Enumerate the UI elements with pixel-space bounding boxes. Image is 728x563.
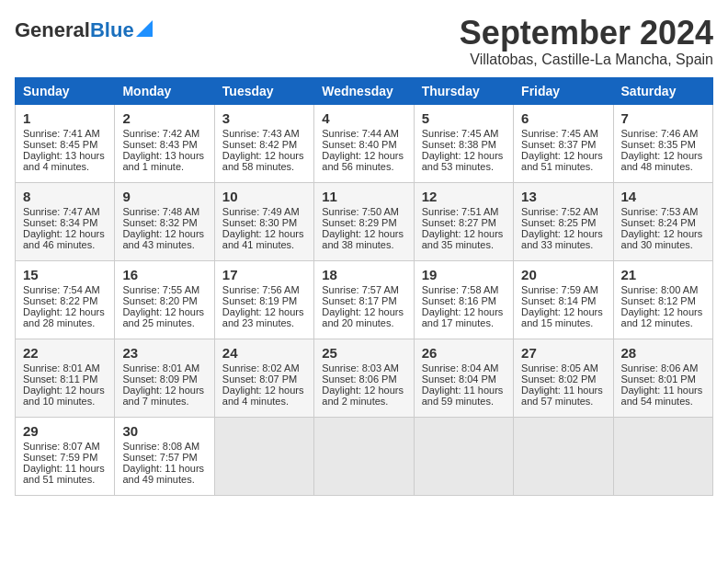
header: General Blue September 2024 Villatobas, … [15,15,713,68]
sunrise-text: Sunrise: 7:49 AM [222,206,300,217]
sunrise-text: Sunrise: 7:52 AM [521,206,598,217]
daylight-text: Daylight: 12 hours and 4 minutes. [222,385,304,407]
calendar-cell: 2Sunrise: 7:42 AMSunset: 8:43 PMDaylight… [115,104,214,182]
daylight-text: Daylight: 11 hours and 57 minutes. [521,385,603,407]
day-number: 25 [322,345,405,361]
calendar-week-3: 15Sunrise: 7:54 AMSunset: 8:22 PMDayligh… [16,260,713,339]
sunset-text: Sunset: 8:40 PM [322,139,396,150]
calendar-cell: 5Sunrise: 7:45 AMSunset: 8:38 PMDaylight… [414,104,513,182]
sunset-text: Sunset: 8:24 PM [621,217,696,228]
day-number: 6 [521,110,605,126]
header-monday: Monday [115,77,214,104]
day-number: 7 [621,110,705,126]
daylight-text: Daylight: 12 hours and 35 minutes. [422,228,504,250]
sunset-text: Sunset: 8:32 PM [122,217,197,228]
sunset-text: Sunset: 8:38 PM [422,139,496,150]
daylight-text: Daylight: 12 hours and 53 minutes. [422,150,504,172]
sunset-text: Sunset: 8:22 PM [23,295,97,306]
sunrise-text: Sunrise: 7:58 AM [422,284,499,295]
calendar-cell: 13Sunrise: 7:52 AMSunset: 8:25 PMDayligh… [514,182,613,260]
sunrise-text: Sunrise: 8:05 AM [521,362,598,373]
sunset-text: Sunset: 7:57 PM [122,452,197,463]
calendar-cell [514,417,613,495]
day-number: 1 [23,110,107,126]
sunset-text: Sunset: 8:07 PM [222,373,297,385]
header-tuesday: Tuesday [214,77,313,104]
day-number: 17 [222,267,306,282]
logo-general-text: General [15,18,90,42]
sunset-text: Sunset: 8:11 PM [23,373,97,385]
sunset-text: Sunset: 8:43 PM [122,139,197,150]
day-number: 5 [422,110,506,126]
sunset-text: Sunset: 8:34 PM [23,217,97,228]
daylight-text: Daylight: 11 hours and 51 minutes. [23,463,105,485]
daylight-text: Daylight: 12 hours and 46 minutes. [23,228,105,250]
sunset-text: Sunset: 8:45 PM [23,139,97,150]
calendar-cell [414,417,513,495]
sunrise-text: Sunrise: 8:01 AM [23,362,100,373]
day-number: 29 [23,423,107,439]
daylight-text: Daylight: 12 hours and 23 minutes. [222,306,304,328]
calendar-cell: 1Sunrise: 7:41 AMSunset: 8:45 PMDaylight… [16,104,115,182]
daylight-text: Daylight: 12 hours and 43 minutes. [122,228,204,250]
sunrise-text: Sunrise: 7:50 AM [322,206,399,217]
sunset-text: Sunset: 8:12 PM [621,295,696,306]
sunrise-text: Sunrise: 7:48 AM [122,206,199,217]
calendar-cell: 15Sunrise: 7:54 AMSunset: 8:22 PMDayligh… [16,260,115,339]
sunrise-text: Sunrise: 7:43 AM [222,128,300,139]
daylight-text: Daylight: 12 hours and 25 minutes. [122,306,204,328]
daylight-text: Daylight: 12 hours and 2 minutes. [322,385,404,407]
day-number: 3 [222,110,306,126]
logo: General Blue [15,18,153,42]
day-number: 28 [621,345,705,361]
calendar-cell: 21Sunrise: 8:00 AMSunset: 8:12 PMDayligh… [613,260,712,339]
sunrise-text: Sunrise: 7:53 AM [621,206,699,217]
sunset-text: Sunset: 7:59 PM [23,452,97,463]
day-number: 12 [422,189,506,204]
daylight-text: Daylight: 12 hours and 20 minutes. [322,306,404,328]
day-number: 13 [521,189,605,204]
calendar-cell: 11Sunrise: 7:50 AMSunset: 8:29 PMDayligh… [314,182,414,260]
sunset-text: Sunset: 8:37 PM [521,139,596,150]
day-number: 30 [122,423,206,439]
sunset-text: Sunset: 8:17 PM [322,295,396,306]
calendar-cell: 18Sunrise: 7:57 AMSunset: 8:17 PMDayligh… [314,260,414,339]
sunrise-text: Sunrise: 7:54 AM [23,284,100,295]
daylight-text: Daylight: 12 hours and 7 minutes. [122,385,204,407]
header-wednesday: Wednesday [314,77,414,104]
calendar-cell: 25Sunrise: 8:03 AMSunset: 8:06 PMDayligh… [314,339,414,417]
header-friday: Friday [514,77,613,104]
sunset-text: Sunset: 8:19 PM [222,295,297,306]
sunrise-text: Sunrise: 8:06 AM [621,362,699,373]
day-number: 27 [521,345,605,361]
calendar-cell: 28Sunrise: 8:06 AMSunset: 8:01 PMDayligh… [613,339,712,417]
svg-marker-0 [136,20,153,37]
calendar-cell: 12Sunrise: 7:51 AMSunset: 8:27 PMDayligh… [414,182,513,260]
calendar-title: September 2024 [460,15,713,52]
calendar-cell: 23Sunrise: 8:01 AMSunset: 8:09 PMDayligh… [115,339,214,417]
calendar-cell: 3Sunrise: 7:43 AMSunset: 8:42 PMDaylight… [214,104,313,182]
daylight-text: Daylight: 11 hours and 49 minutes. [122,463,204,485]
daylight-text: Daylight: 11 hours and 59 minutes. [422,385,504,407]
sunset-text: Sunset: 8:14 PM [521,295,596,306]
calendar-week-5: 29Sunrise: 8:07 AMSunset: 7:59 PMDayligh… [16,417,713,495]
daylight-text: Daylight: 13 hours and 4 minutes. [23,150,105,172]
sunrise-text: Sunrise: 7:45 AM [521,128,598,139]
sunrise-text: Sunrise: 8:04 AM [422,362,499,373]
calendar-cell: 19Sunrise: 7:58 AMSunset: 8:16 PMDayligh… [414,260,513,339]
day-number: 24 [222,345,306,361]
day-number: 23 [122,345,206,361]
daylight-text: Daylight: 12 hours and 10 minutes. [23,385,105,407]
daylight-text: Daylight: 12 hours and 58 minutes. [222,150,304,172]
calendar-cell [214,417,313,495]
sunrise-text: Sunrise: 8:01 AM [122,362,199,373]
sunrise-text: Sunrise: 8:02 AM [222,362,300,373]
daylight-text: Daylight: 12 hours and 41 minutes. [222,228,304,250]
calendar-cell [314,417,414,495]
day-number: 4 [322,110,405,126]
sunrise-text: Sunrise: 7:45 AM [422,128,499,139]
day-number: 21 [621,267,705,282]
calendar-header-row: SundayMondayTuesdayWednesdayThursdayFrid… [16,77,713,104]
sunset-text: Sunset: 8:04 PM [422,373,496,385]
calendar-cell: 29Sunrise: 8:07 AMSunset: 7:59 PMDayligh… [16,417,115,495]
